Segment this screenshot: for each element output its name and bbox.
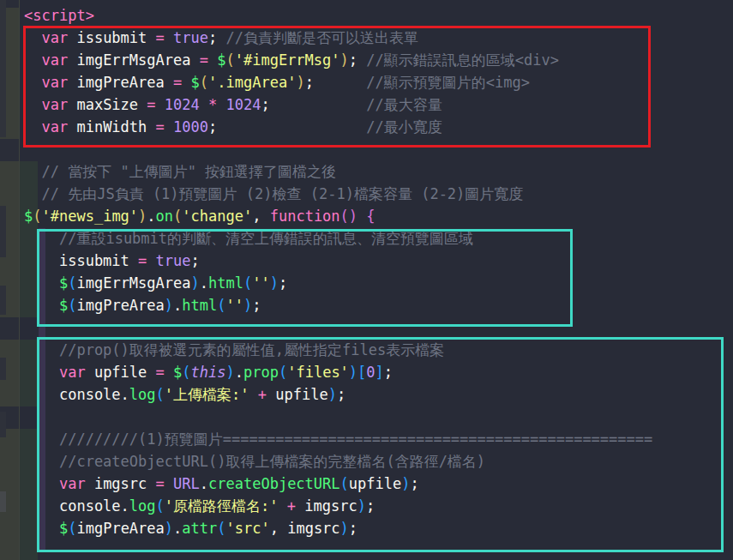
code-token-cm: // 當按下 "上傳圖片" 按鈕選擇了圖檔之後 (24, 163, 336, 180)
teal-annotation-box-1 (37, 229, 573, 327)
code-token-b1: ) (138, 208, 147, 225)
code-token-var (357, 208, 366, 225)
code-token-fn: on (156, 208, 173, 225)
code-editor-screenshot: { "palette": { "kw": "#ff79c6", "op": "#… (0, 0, 733, 560)
code-token-b1: ( (33, 208, 41, 225)
code-line: // 先由JS負責 (1)預覽圖片 (2)檢查 (2-1)檔案容量 (2-2)圖… (0, 183, 652, 205)
code-line: $('#news_img').on('change', function() { (0, 205, 652, 227)
teal-annotation-box-2 (37, 337, 724, 552)
code-token-var: , (252, 208, 269, 225)
code-token-var: . (147, 208, 155, 225)
code-token-fn: $ (24, 208, 33, 225)
code-token-b2: () (340, 208, 357, 225)
code-line: <script> (0, 4, 652, 27)
code-token-cm: // 先由JS負責 (1)預覽圖片 (2)檢查 (2-1)檔案容量 (2-2)圖… (24, 185, 523, 202)
code-token-str: '#news_img' (42, 208, 139, 225)
code-token-b1: ( (173, 208, 182, 225)
code-token-kw: function (270, 208, 340, 225)
red-annotation-box (23, 26, 651, 148)
code-token-b2: { (366, 208, 375, 225)
code-token-str: 'change' (182, 208, 252, 225)
code-token-tag: <script> (24, 7, 94, 24)
code-line: // 當按下 "上傳圖片" 按鈕選擇了圖檔之後 (0, 160, 652, 183)
